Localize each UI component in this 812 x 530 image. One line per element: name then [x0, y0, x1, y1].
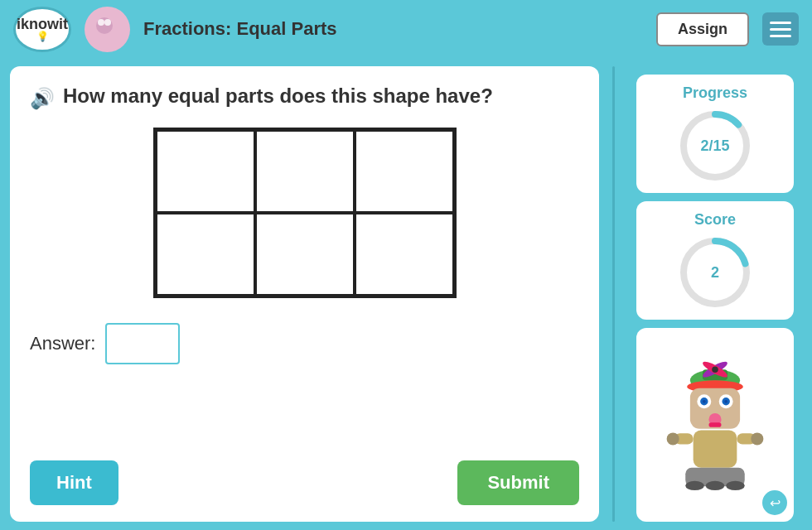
grid-cell [355, 213, 454, 296]
progress-card: Progress 2/15 [636, 75, 794, 193]
divider [612, 66, 615, 522]
logo-text: iknowit [17, 17, 68, 31]
logo-bulb-icon: 💡 [36, 31, 49, 41]
back-arrow-button[interactable]: ↩ [762, 490, 787, 515]
shape-container [30, 128, 579, 298]
score-label: Score [694, 211, 736, 229]
assign-button[interactable]: Assign [656, 12, 749, 46]
svg-point-26 [751, 432, 763, 445]
grid-shape [153, 128, 457, 298]
question-text: 🔊 How many equal parts does this shape h… [30, 83, 579, 111]
svg-rect-22 [694, 431, 737, 468]
svg-rect-21 [708, 422, 721, 427]
menu-line-1 [770, 22, 791, 24]
score-circle: 2 [678, 235, 752, 310]
progress-circle: 2/15 [678, 108, 752, 183]
svg-point-0 [96, 17, 113, 34]
lesson-icon [85, 7, 130, 52]
svg-point-2 [104, 19, 111, 26]
svg-point-19 [724, 400, 727, 403]
progress-label: Progress [683, 84, 747, 102]
grid-cell [255, 130, 355, 213]
grid-cell [156, 130, 255, 213]
svg-point-29 [706, 481, 725, 490]
svg-point-1 [98, 19, 104, 26]
header: iknowit 💡 Fractions: Equal Parts Assign [0, 0, 812, 58]
answer-row: Answer: [30, 323, 579, 364]
logo: iknowit 💡 [13, 7, 71, 52]
progress-value: 2/15 [700, 137, 729, 155]
main-content: 🔊 How many equal parts does this shape h… [0, 58, 812, 530]
menu-button[interactable] [762, 12, 799, 46]
svg-point-30 [726, 481, 745, 490]
question-body: How many equal parts does this shape hav… [63, 83, 493, 108]
svg-point-28 [685, 481, 704, 490]
speaker-icon[interactable]: 🔊 [30, 85, 55, 111]
score-card: Score 2 [636, 201, 794, 320]
menu-line-3 [770, 35, 791, 37]
sidebar: Progress 2/15 Score 2 [628, 66, 802, 522]
submit-button[interactable]: Submit [457, 460, 579, 505]
button-row: Hint Submit [30, 447, 579, 505]
robot-illustration [657, 359, 773, 491]
answer-input[interactable] [105, 323, 180, 364]
question-panel: 🔊 How many equal parts does this shape h… [10, 66, 599, 522]
lesson-title: Fractions: Equal Parts [143, 18, 643, 40]
robot-card: ↩ [636, 328, 794, 522]
svg-point-24 [667, 432, 679, 445]
grid-cell [156, 213, 255, 296]
svg-point-16 [703, 400, 706, 403]
menu-line-2 [770, 28, 791, 31]
score-value: 2 [711, 264, 719, 282]
svg-point-11 [712, 366, 718, 373]
grid-cell [255, 213, 355, 296]
grid-cell [355, 130, 454, 213]
answer-label: Answer: [30, 333, 95, 354]
hint-button[interactable]: Hint [30, 460, 118, 505]
